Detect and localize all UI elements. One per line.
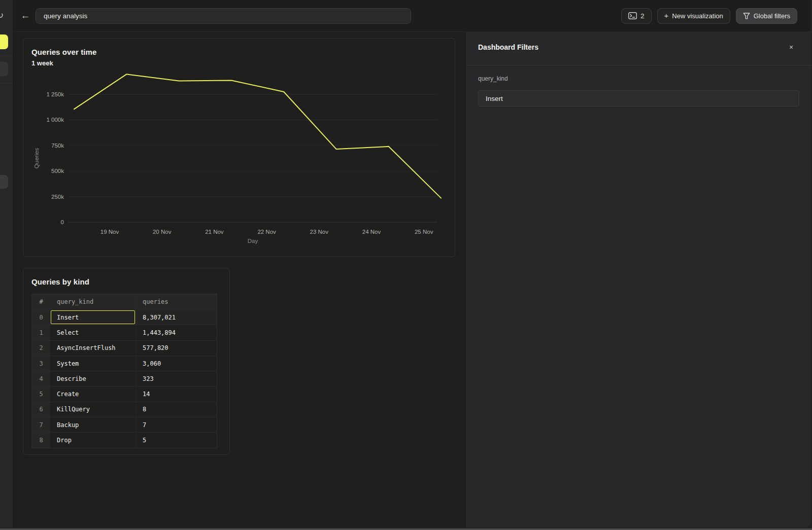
topbar-actions: 2 + New visualization Global filters <box>621 8 797 24</box>
dashboard-filters-panel: Dashboard Filters × query_kind <box>465 32 811 527</box>
table-row: 2AsyncInsertFlush577,820 <box>32 340 217 356</box>
back-arrow-button[interactable]: ← <box>20 10 31 21</box>
new-visualization-label: New visualization <box>672 12 723 20</box>
panel-divider <box>466 65 811 65</box>
queries-cell[interactable]: 8,307,021 <box>136 310 217 325</box>
query-kind-cell[interactable]: Drop <box>50 433 136 447</box>
y-tick-label: 1 250k <box>46 91 64 97</box>
table-row: 3System3,060 <box>32 356 217 371</box>
x-tick-label: 22 Nov <box>257 229 276 235</box>
top-bar: ← 2 + New visualization <box>13 0 811 32</box>
queries-cell[interactable]: 323 <box>136 371 217 386</box>
row-index-cell: 6 <box>32 402 50 417</box>
queries-cell[interactable]: 1,443,894 <box>136 325 217 340</box>
table-row: 0Insert8,307,021 <box>32 309 217 325</box>
filters-panel-title: Dashboard Filters <box>478 43 538 51</box>
x-axis-label: Day <box>248 238 258 244</box>
chart-subtitle: 1 week <box>31 59 53 67</box>
queries-line-series <box>74 74 441 198</box>
row-index-cell: 3 <box>32 356 50 371</box>
queries-table-body: 0Insert8,307,0211Select1,443,8942AsyncIn… <box>32 309 217 448</box>
query-kind-cell[interactable]: KillQuery <box>50 402 136 417</box>
table-row: 6KillQuery8 <box>32 402 217 417</box>
table-row: 8Drop5 <box>32 432 217 447</box>
query-kind-cell[interactable]: AsyncInsertFlush <box>50 341 136 356</box>
sidebar-item-active-dashboard[interactable] <box>0 34 8 49</box>
sidebar-divider <box>0 56 13 56</box>
app-window: ← 2 + New visualization <box>0 0 811 527</box>
query-kind-filter-input[interactable] <box>478 90 799 107</box>
x-tick-label: 24 Nov <box>362 229 381 235</box>
y-tick-label: 250k <box>51 194 64 200</box>
query-kind-cell[interactable]: Select <box>50 325 136 340</box>
x-tick-label: 25 Nov <box>415 229 433 235</box>
row-index-cell: 2 <box>32 341 50 356</box>
queries-by-kind-card: Queries by kind # query_kind queries 0In… <box>23 268 230 455</box>
row-index-cell: 8 <box>32 433 50 447</box>
x-tick-label: 19 Nov <box>100 229 119 235</box>
query-kind-cell[interactable]: Backup <box>50 417 136 432</box>
queries-cell[interactable]: 577,820 <box>136 341 217 356</box>
history-icon[interactable]: ↻ <box>0 10 4 21</box>
queries-cell[interactable]: 8 <box>136 402 217 417</box>
row-index-cell: 0 <box>32 310 50 325</box>
query-kind-cell[interactable]: System <box>50 356 136 371</box>
global-filters-button[interactable]: Global filters <box>736 8 797 24</box>
row-index-cell: 4 <box>32 371 50 386</box>
table-row: 1Select1,443,894 <box>32 325 217 340</box>
sidebar-item-2[interactable] <box>0 62 8 76</box>
x-tick-label: 23 Nov <box>310 229 329 235</box>
close-icon[interactable]: × <box>787 43 796 52</box>
row-index-cell: 7 <box>32 417 50 432</box>
queries-over-time-card: Queries over time 1 week 0250k500k750k1 … <box>23 38 455 257</box>
x-tick-label: 20 Nov <box>153 229 172 235</box>
index-column-header: # <box>32 294 50 309</box>
table-row: 4Describe323 <box>32 371 217 386</box>
y-tick-label: 0 <box>61 219 64 225</box>
y-tick-label: 500k <box>51 168 64 174</box>
left-sidebar: ↻ <box>0 0 13 527</box>
queries-cell[interactable]: 5 <box>136 433 217 447</box>
chart-title: Queries over time <box>31 48 96 56</box>
row-index-cell: 5 <box>32 386 50 401</box>
y-tick-label: 750k <box>51 143 64 149</box>
query-kind-filter-label: query_kind <box>478 75 508 82</box>
sidebar-item-3[interactable] <box>0 175 8 189</box>
table-header-row: # query_kind queries <box>32 294 217 309</box>
terminal-icon <box>628 12 637 19</box>
queries-line-chart[interactable]: 0250k500k750k1 000k1 250k19 Nov20 Nov21 … <box>23 68 456 255</box>
query-kind-cell[interactable]: Describe <box>50 371 136 386</box>
y-tick-label: 1 000k <box>46 117 64 123</box>
queries-cell[interactable]: 3,060 <box>136 356 217 371</box>
queries-cell[interactable]: 14 <box>136 386 217 401</box>
queries-table: # query_kind queries 0Insert8,307,0211Se… <box>31 294 217 448</box>
sidebar-divider <box>0 83 13 83</box>
table-row: 5Create14 <box>32 386 217 401</box>
table-title: Queries by kind <box>31 277 89 286</box>
dashboard-title-input[interactable] <box>36 8 411 24</box>
table-row: 7Backup7 <box>32 417 217 432</box>
row-index-cell: 1 <box>32 325 50 340</box>
plus-icon: + <box>664 11 669 20</box>
x-tick-label: 21 Nov <box>205 229 224 235</box>
console-tabs-button[interactable]: 2 <box>621 8 651 24</box>
funnel-icon <box>743 13 750 19</box>
query-kind-cell[interactable]: Insert <box>50 310 136 325</box>
query-kind-column-header: query_kind <box>50 294 136 309</box>
y-axis-label: Queries <box>33 148 40 169</box>
tab-count-label: 2 <box>640 12 644 20</box>
queries-column-header: queries <box>136 294 217 309</box>
global-filters-label: Global filters <box>754 12 790 20</box>
new-visualization-button[interactable]: + New visualization <box>657 8 730 24</box>
queries-cell[interactable]: 7 <box>136 417 217 432</box>
query-kind-cell[interactable]: Create <box>50 386 136 401</box>
